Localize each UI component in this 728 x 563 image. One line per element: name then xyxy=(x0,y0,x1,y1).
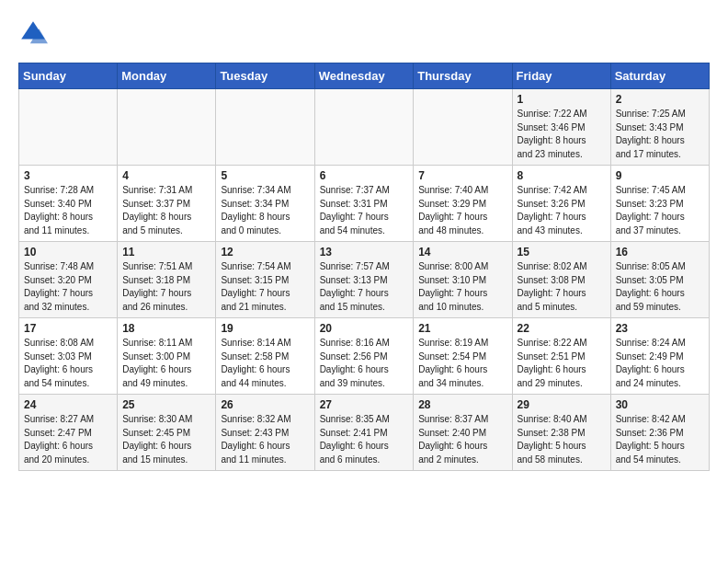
day-number: 5 xyxy=(221,169,309,182)
day-number: 6 xyxy=(320,169,409,182)
day-info: Sunrise: 8:42 AM Sunset: 2:36 PM Dayligh… xyxy=(616,413,704,466)
day-info: Sunrise: 7:42 AM Sunset: 3:26 PM Dayligh… xyxy=(518,184,606,237)
day-number: 1 xyxy=(518,93,606,106)
calendar-cell: 25Sunrise: 8:30 AM Sunset: 2:45 PM Dayli… xyxy=(118,395,216,471)
day-number: 17 xyxy=(24,322,112,335)
calendar-cell xyxy=(118,89,216,166)
day-info: Sunrise: 8:14 AM Sunset: 2:58 PM Dayligh… xyxy=(221,337,309,390)
day-info: Sunrise: 8:05 AM Sunset: 3:05 PM Dayligh… xyxy=(616,260,704,314)
day-info: Sunrise: 8:24 AM Sunset: 2:49 PM Dayligh… xyxy=(616,337,704,390)
calendar-cell: 15Sunrise: 8:02 AM Sunset: 3:08 PM Dayli… xyxy=(512,242,610,318)
calendar-cell: 17Sunrise: 8:08 AM Sunset: 3:03 PM Dayli… xyxy=(19,318,118,395)
calendar-cell: 24Sunrise: 8:27 AM Sunset: 2:47 PM Dayli… xyxy=(19,395,118,471)
calendar-cell: 27Sunrise: 8:35 AM Sunset: 2:41 PM Dayli… xyxy=(314,395,414,471)
day-info: Sunrise: 8:27 AM Sunset: 2:47 PM Dayligh… xyxy=(24,413,112,466)
calendar-week-row: 24Sunrise: 8:27 AM Sunset: 2:47 PM Dayli… xyxy=(19,395,710,471)
day-info: Sunrise: 7:28 AM Sunset: 3:40 PM Dayligh… xyxy=(24,184,112,237)
day-number: 15 xyxy=(518,246,606,259)
day-number: 13 xyxy=(320,246,409,259)
logo xyxy=(18,18,51,48)
calendar-cell: 1Sunrise: 7:22 AM Sunset: 3:46 PM Daylig… xyxy=(512,89,610,166)
calendar-cell: 26Sunrise: 8:32 AM Sunset: 2:43 PM Dayli… xyxy=(216,395,314,471)
calendar-cell: 9Sunrise: 7:45 AM Sunset: 3:23 PM Daylig… xyxy=(610,166,709,242)
calendar-cell: 29Sunrise: 8:40 AM Sunset: 2:38 PM Dayli… xyxy=(512,395,610,471)
day-number: 26 xyxy=(221,398,309,411)
day-number: 11 xyxy=(122,246,210,259)
calendar-week-row: 3Sunrise: 7:28 AM Sunset: 3:40 PM Daylig… xyxy=(19,166,710,242)
calendar-day-header: Wednesday xyxy=(314,63,414,89)
day-number: 27 xyxy=(320,398,409,411)
day-info: Sunrise: 7:51 AM Sunset: 3:18 PM Dayligh… xyxy=(122,260,210,314)
calendar-cell xyxy=(414,89,512,166)
day-number: 2 xyxy=(616,93,704,106)
calendar-cell: 3Sunrise: 7:28 AM Sunset: 3:40 PM Daylig… xyxy=(19,166,118,242)
calendar-cell xyxy=(216,89,314,166)
day-info: Sunrise: 7:45 AM Sunset: 3:23 PM Dayligh… xyxy=(616,184,704,237)
day-info: Sunrise: 8:35 AM Sunset: 2:41 PM Dayligh… xyxy=(320,413,409,466)
day-info: Sunrise: 8:00 AM Sunset: 3:10 PM Dayligh… xyxy=(418,260,506,314)
day-info: Sunrise: 8:02 AM Sunset: 3:08 PM Dayligh… xyxy=(518,260,606,314)
day-number: 25 xyxy=(122,398,210,411)
page: SundayMondayTuesdayWednesdayThursdayFrid… xyxy=(0,0,728,480)
logo-icon xyxy=(18,18,48,48)
day-number: 24 xyxy=(24,398,112,411)
day-number: 4 xyxy=(122,169,210,182)
calendar-week-row: 17Sunrise: 8:08 AM Sunset: 3:03 PM Dayli… xyxy=(19,318,710,395)
day-number: 29 xyxy=(518,398,606,411)
day-number: 8 xyxy=(518,169,606,182)
calendar-cell: 12Sunrise: 7:54 AM Sunset: 3:15 PM Dayli… xyxy=(216,242,314,318)
day-info: Sunrise: 7:22 AM Sunset: 3:46 PM Dayligh… xyxy=(518,108,606,161)
day-info: Sunrise: 8:08 AM Sunset: 3:03 PM Dayligh… xyxy=(24,337,112,390)
calendar-cell: 19Sunrise: 8:14 AM Sunset: 2:58 PM Dayli… xyxy=(216,318,314,395)
calendar-cell: 7Sunrise: 7:40 AM Sunset: 3:29 PM Daylig… xyxy=(414,166,512,242)
day-number: 7 xyxy=(418,169,506,182)
day-number: 18 xyxy=(122,322,210,335)
calendar-day-header: Tuesday xyxy=(216,63,314,89)
day-info: Sunrise: 8:11 AM Sunset: 3:00 PM Dayligh… xyxy=(122,337,210,390)
calendar-cell: 22Sunrise: 8:22 AM Sunset: 2:51 PM Dayli… xyxy=(512,318,610,395)
calendar-day-header: Monday xyxy=(118,63,216,89)
day-number: 14 xyxy=(418,246,506,259)
calendar-day-header: Thursday xyxy=(414,63,512,89)
calendar-cell: 14Sunrise: 8:00 AM Sunset: 3:10 PM Dayli… xyxy=(414,242,512,318)
calendar-cell: 16Sunrise: 8:05 AM Sunset: 3:05 PM Dayli… xyxy=(610,242,709,318)
day-number: 20 xyxy=(320,322,409,335)
calendar-cell: 5Sunrise: 7:34 AM Sunset: 3:34 PM Daylig… xyxy=(216,166,314,242)
calendar-cell: 23Sunrise: 8:24 AM Sunset: 2:49 PM Dayli… xyxy=(610,318,709,395)
calendar-cell xyxy=(19,89,118,166)
calendar-day-header: Sunday xyxy=(19,63,118,89)
day-number: 16 xyxy=(616,246,704,259)
calendar-cell: 8Sunrise: 7:42 AM Sunset: 3:26 PM Daylig… xyxy=(512,166,610,242)
calendar-day-header: Friday xyxy=(512,63,610,89)
day-info: Sunrise: 8:30 AM Sunset: 2:45 PM Dayligh… xyxy=(122,413,210,466)
day-info: Sunrise: 8:40 AM Sunset: 2:38 PM Dayligh… xyxy=(518,413,606,466)
calendar-cell: 2Sunrise: 7:25 AM Sunset: 3:43 PM Daylig… xyxy=(610,89,709,166)
calendar-header-row: SundayMondayTuesdayWednesdayThursdayFrid… xyxy=(19,63,710,89)
day-info: Sunrise: 8:22 AM Sunset: 2:51 PM Dayligh… xyxy=(518,337,606,390)
calendar-cell: 21Sunrise: 8:19 AM Sunset: 2:54 PM Dayli… xyxy=(414,318,512,395)
day-number: 9 xyxy=(616,169,704,182)
calendar-cell: 30Sunrise: 8:42 AM Sunset: 2:36 PM Dayli… xyxy=(610,395,709,471)
day-info: Sunrise: 8:32 AM Sunset: 2:43 PM Dayligh… xyxy=(221,413,309,466)
calendar-day-header: Saturday xyxy=(610,63,709,89)
calendar-cell xyxy=(314,89,414,166)
calendar-cell: 4Sunrise: 7:31 AM Sunset: 3:37 PM Daylig… xyxy=(118,166,216,242)
day-info: Sunrise: 7:48 AM Sunset: 3:20 PM Dayligh… xyxy=(24,260,112,314)
day-number: 22 xyxy=(518,322,606,335)
day-info: Sunrise: 7:25 AM Sunset: 3:43 PM Dayligh… xyxy=(616,108,704,161)
calendar-cell: 10Sunrise: 7:48 AM Sunset: 3:20 PM Dayli… xyxy=(19,242,118,318)
calendar-week-row: 10Sunrise: 7:48 AM Sunset: 3:20 PM Dayli… xyxy=(19,242,710,318)
header xyxy=(18,18,710,48)
day-info: Sunrise: 7:40 AM Sunset: 3:29 PM Dayligh… xyxy=(418,184,506,237)
day-number: 12 xyxy=(221,246,309,259)
day-info: Sunrise: 8:19 AM Sunset: 2:54 PM Dayligh… xyxy=(418,337,506,390)
calendar-cell: 28Sunrise: 8:37 AM Sunset: 2:40 PM Dayli… xyxy=(414,395,512,471)
day-number: 10 xyxy=(24,246,112,259)
calendar-cell: 11Sunrise: 7:51 AM Sunset: 3:18 PM Dayli… xyxy=(118,242,216,318)
calendar-cell: 13Sunrise: 7:57 AM Sunset: 3:13 PM Dayli… xyxy=(314,242,414,318)
day-info: Sunrise: 8:16 AM Sunset: 2:56 PM Dayligh… xyxy=(320,337,409,390)
day-number: 23 xyxy=(616,322,704,335)
day-number: 21 xyxy=(418,322,506,335)
calendar-week-row: 1Sunrise: 7:22 AM Sunset: 3:46 PM Daylig… xyxy=(19,89,710,166)
day-number: 28 xyxy=(418,398,506,411)
